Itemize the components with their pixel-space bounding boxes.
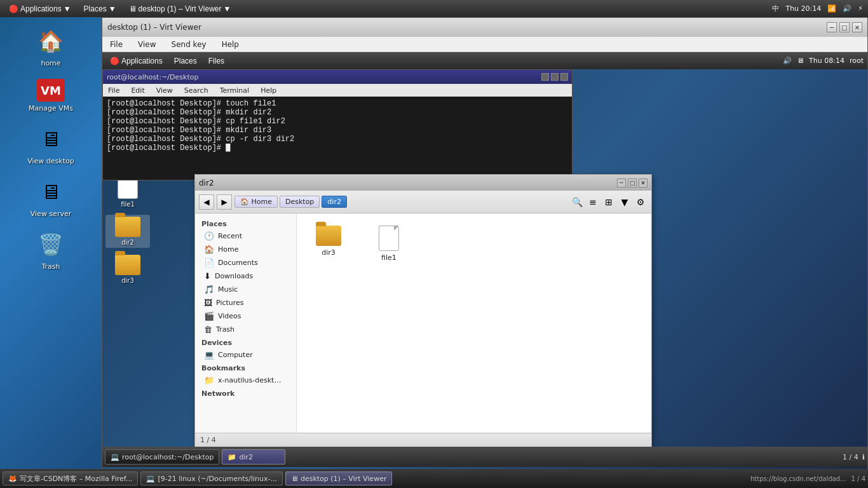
trash-icon: 🗑️ bbox=[36, 229, 66, 260]
dir2-status-text: 1 / 4 bbox=[200, 436, 216, 444]
dir2-minimize[interactable]: ─ bbox=[617, 179, 626, 187]
search-toggle[interactable]: 🔍 bbox=[570, 195, 584, 209]
desktop-icon-view-desktop[interactable]: 🖥 View desktop bbox=[22, 121, 79, 168]
inner-places-menu[interactable]: Places bbox=[170, 55, 201, 67]
terminal-close[interactable] bbox=[560, 73, 568, 81]
inner-taskbar-dir2[interactable]: 📁 dir2 bbox=[222, 449, 285, 464]
bottom-taskbar: 🦊 写文章-CSDN博客 – Mozilla Firef... 💻 [9-21 … bbox=[0, 469, 868, 488]
terminal-line-6: [root@localhost Desktop]# █ bbox=[107, 144, 568, 152]
power-icon: ⚡ bbox=[858, 4, 863, 13]
places-chevron: ▼ bbox=[109, 4, 116, 13]
forward-button[interactable]: ▶ bbox=[217, 194, 232, 210]
file1-name: file1 bbox=[381, 254, 397, 262]
inner-icon-dir2[interactable]: dir2 bbox=[105, 215, 150, 248]
inner-icon-dir3[interactable]: dir3 bbox=[105, 253, 150, 286]
help-menu[interactable]: Help bbox=[218, 39, 243, 50]
file-menu[interactable]: File bbox=[106, 39, 126, 50]
dir2-maximize[interactable]: □ bbox=[628, 179, 637, 187]
dir2-window-buttons: ─ □ ✕ bbox=[617, 179, 648, 187]
term-edit[interactable]: Edit bbox=[128, 86, 147, 95]
taskbar-virt-viewer[interactable]: 🖥 desktop (1) – Virt Viewer bbox=[285, 471, 393, 485]
file-item-file1[interactable]: file1 bbox=[367, 223, 411, 264]
settings-icon[interactable]: ⚙ bbox=[634, 195, 648, 209]
computer-icon: 💻 bbox=[204, 350, 214, 360]
apps-chevron: ▼ bbox=[64, 4, 71, 13]
virt-viewer-title: desktop (1) – Virt Viewer bbox=[107, 23, 201, 32]
dir2-body: Places 🕐 Recent 🏠 Home 📄 Documents bbox=[195, 214, 651, 433]
inner-taskbar: 💻 root@localhost:~/Desktop 📁 dir2 1 / 4 … bbox=[102, 447, 867, 467]
system-bar-right: 中 Thu 20:14 📶 🔊 ⚡ bbox=[772, 4, 863, 13]
desktop-icon-home[interactable]: 🏠 home bbox=[22, 24, 79, 70]
inner-topbar: 🔴 Applications Places Files 🔊 🖥 Thu 08:1… bbox=[102, 52, 867, 69]
inner-applications-menu[interactable]: 🔴 Applications bbox=[106, 55, 166, 67]
term-view[interactable]: View bbox=[154, 86, 175, 95]
terminal-title: root@localhost:~/Desktop bbox=[107, 73, 198, 81]
close-button[interactable]: ✕ bbox=[852, 22, 862, 32]
terminal-taskbar-icon: 💻 bbox=[111, 453, 119, 461]
inner-topbar-right: 🔊 🖥 Thu 08:14 root bbox=[783, 57, 864, 65]
inner-time: Thu 08:14 bbox=[809, 57, 844, 65]
maximize-button[interactable]: □ bbox=[839, 22, 850, 32]
dir3-name: dir3 bbox=[322, 248, 336, 257]
term-search[interactable]: Search bbox=[182, 86, 211, 95]
sidebar-downloads[interactable]: ⬇ Downloads bbox=[195, 269, 296, 283]
places-menu[interactable]: Places ▼ bbox=[80, 3, 120, 15]
inner-user: root bbox=[850, 57, 864, 65]
view-grid[interactable]: ⊞ bbox=[602, 195, 616, 209]
dir2-taskbar-icon: 📁 bbox=[227, 453, 236, 461]
dir2-titlebar: dir2 ─ □ ✕ bbox=[195, 175, 651, 191]
volume-icon: 🔊 bbox=[843, 4, 851, 13]
terminal-minimize[interactable] bbox=[541, 73, 549, 81]
sidebar-music[interactable]: 🎵 Music bbox=[195, 283, 296, 296]
sidebar-home[interactable]: 🏠 Home bbox=[195, 243, 296, 256]
sidebar-trash[interactable]: 🗑 Trash bbox=[195, 323, 296, 336]
taskbar-firefox[interactable]: 🦊 写文章-CSDN博客 – Mozilla Firef... bbox=[3, 471, 138, 485]
inner-files-menu[interactable]: Files bbox=[205, 55, 228, 67]
sidebar-bookmark-1[interactable]: 📁 x-nautilus-desktop... bbox=[195, 374, 296, 387]
dir2-close[interactable]: ✕ bbox=[639, 179, 648, 187]
home-sidebar-icon: 🏠 bbox=[204, 245, 214, 254]
desktop-icon-trash[interactable]: 🗑️ Trash bbox=[22, 227, 79, 273]
sidebar-recent[interactable]: 🕐 Recent bbox=[195, 229, 296, 243]
sidebar-computer[interactable]: 💻 Computer bbox=[195, 348, 296, 362]
send-key-menu[interactable]: Send key bbox=[168, 39, 210, 50]
network-icon: 📶 bbox=[827, 4, 836, 13]
terminal-line-4: [root@localhost Desktop]# mkdir dir3 bbox=[107, 126, 568, 135]
view-menu[interactable]: View bbox=[134, 39, 159, 50]
file-item-dir3[interactable]: dir3 bbox=[306, 223, 351, 259]
view-toggle[interactable]: ▼ bbox=[618, 195, 632, 209]
breadcrumb-desktop[interactable]: Desktop bbox=[280, 196, 320, 208]
terminal-content[interactable]: [root@localhost Desktop]# touch file1 [r… bbox=[103, 97, 572, 180]
language-indicator[interactable]: 中 bbox=[772, 4, 779, 13]
virt-viewer-window: desktop (1) – Virt Viewer ─ □ ✕ File Vie… bbox=[102, 17, 868, 488]
terminal-maximize[interactable] bbox=[551, 73, 559, 81]
term-help[interactable]: Help bbox=[258, 86, 279, 95]
applications-menu[interactable]: 🔴 Applications ▼ bbox=[5, 3, 75, 15]
home-icon: 🏠 bbox=[36, 26, 66, 57]
inner-taskbar-terminal[interactable]: 💻 root@localhost:~/Desktop bbox=[105, 449, 219, 464]
taskbar-terminal[interactable]: 💻 [9-21 linux (~/Documents/linux-... bbox=[140, 471, 282, 485]
back-button[interactable]: ◀ bbox=[199, 194, 214, 210]
window-title-bar[interactable]: 🖥 desktop (1) – Virt Viewer ▼ bbox=[125, 3, 235, 15]
devices-header: Devices bbox=[195, 336, 296, 348]
inner-screen-icon: 🖥 bbox=[797, 57, 804, 65]
bookmark-icon: 📁 bbox=[204, 376, 214, 385]
bookmarks-header: Bookmarks bbox=[195, 362, 296, 374]
term-terminal[interactable]: Terminal bbox=[217, 86, 252, 95]
view-list[interactable]: ≡ bbox=[586, 195, 600, 209]
minimize-button[interactable]: ─ bbox=[827, 22, 837, 32]
terminal-line-3: [root@localhost Desktop]# cp file1 dir2 bbox=[107, 117, 568, 126]
sidebar-pictures[interactable]: 🖼 Pictures bbox=[195, 296, 296, 309]
music-icon: 🎵 bbox=[204, 285, 214, 294]
sidebar-documents[interactable]: 📄 Documents bbox=[195, 256, 296, 269]
term-file[interactable]: File bbox=[105, 86, 122, 95]
desktop-icon-view-server[interactable]: 🖥 View server bbox=[22, 174, 79, 220]
breadcrumb-dir2[interactable]: dir2 bbox=[322, 196, 347, 208]
breadcrumb-home[interactable]: 🏠 Home bbox=[234, 196, 278, 208]
sidebar-videos[interactable]: 🎬 Videos bbox=[195, 309, 296, 323]
desktop-icon-manage-vms[interactable]: VM Manage VMs bbox=[22, 76, 79, 115]
terminal-menubar: File Edit View Search Terminal Help bbox=[103, 84, 572, 97]
terminal-line-2: [root@localhost Desktop]# mkdir dir2 bbox=[107, 108, 568, 117]
virt-viewer-taskbar-icon: 🖥 bbox=[291, 475, 298, 483]
dir2-toolbar: ◀ ▶ 🏠 Home Desktop dir2 🔍 ≡ ⊞ bbox=[195, 191, 651, 214]
